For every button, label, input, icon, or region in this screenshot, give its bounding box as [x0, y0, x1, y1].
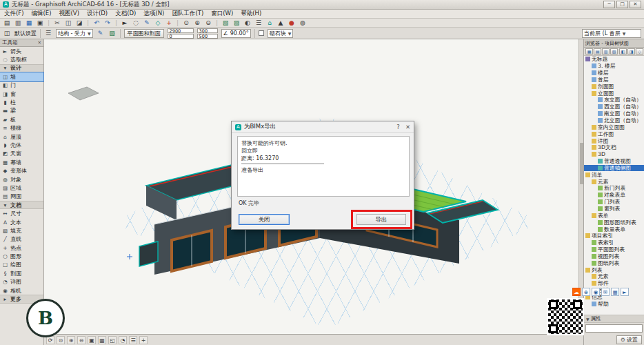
toolbar-icon[interactable]: ⊙: [182, 19, 190, 27]
tree-item[interactable]: 列表: [584, 266, 644, 273]
tree-item[interactable]: 门列表: [584, 199, 644, 206]
tree-item[interactable]: 元素: [584, 273, 644, 280]
toolbar-icon[interactable]: ▦: [25, 19, 33, 27]
pen-icon[interactable]: ✎: [97, 30, 105, 37]
toolbox-item[interactable]: ▮ 柱: [0, 98, 43, 106]
menu-item[interactable]: 选项(N): [143, 10, 164, 18]
toolbox-item[interactable]: § 剖面: [0, 269, 43, 277]
tree-item[interactable]: 楼层: [584, 70, 644, 77]
toolbox-item[interactable]: ▤ 网面: [0, 193, 43, 201]
properties-header[interactable]: ▼属性: [584, 315, 644, 323]
toolbar-icon[interactable]: ▥: [14, 19, 22, 27]
toolbox-item[interactable]: ○ 图形: [0, 252, 43, 260]
toolbox-item[interactable]: ▦ 幕墙: [0, 158, 43, 166]
menu-item[interactable]: 设计(D): [87, 10, 108, 18]
navigator-view-icon[interactable]: ◇: [636, 48, 643, 55]
menu-item[interactable]: 文档(D): [115, 10, 136, 18]
material-select[interactable]: 砌石块▼: [268, 29, 294, 38]
tree-item[interactable]: 无标题: [584, 56, 644, 63]
toolbar-icon[interactable]: ▧: [221, 19, 230, 27]
navigator-tab-icon[interactable]: ▤: [594, 48, 601, 55]
tree-item[interactable]: 帮助: [584, 300, 644, 307]
toolbar-icon[interactable]: |: [215, 19, 219, 27]
toolbox-item[interactable]: ◉ 相机: [0, 286, 43, 295]
angle-field[interactable]: ∠ 90.00°: [221, 29, 251, 38]
tree-item[interactable]: 对象表单: [584, 192, 644, 199]
toolbox-item[interactable]: ► 箭头: [0, 47, 43, 55]
toolbar-icon[interactable]: |: [47, 19, 50, 27]
structure-select[interactable]: 结构 - 受力▼: [56, 29, 93, 38]
statusbar-icon[interactable]: ◔: [119, 336, 127, 344]
statusbar-icon[interactable]: ⊖: [77, 336, 85, 344]
toolbar-icon[interactable]: ✂: [53, 19, 61, 27]
toolbar-icon[interactable]: ▣: [36, 19, 44, 27]
statusbar-icon[interactable]: +: [139, 336, 148, 344]
toolbar-icon[interactable]: ◫: [64, 19, 72, 27]
layer-icon[interactable]: ☰: [44, 30, 52, 37]
toolbar-icon[interactable]: ☰: [254, 19, 263, 27]
maximize-button[interactable]: □: [616, 1, 628, 8]
toolbox-item[interactable]: ╱ 直线: [0, 235, 43, 244]
share-icon[interactable]: ☁: [572, 288, 581, 296]
toolbox-item[interactable]: ▾ 文档: [0, 201, 43, 209]
toolbar-icon[interactable]: ►: [121, 19, 129, 27]
toolbar-icon[interactable]: ◇: [154, 19, 162, 27]
tree-item[interactable]: 表索引: [584, 239, 644, 246]
toolbar-icon[interactable]: ↶: [92, 19, 101, 27]
toolbox-item[interactable]: ◔ 详图: [0, 278, 43, 286]
minimize-button[interactable]: ─: [603, 1, 615, 8]
layer-select[interactable]: 当前层 (L 首层▼: [582, 29, 641, 38]
toolbar-icon[interactable]: |: [176, 19, 179, 27]
tree-item[interactable]: 南立面（自动）: [584, 110, 644, 117]
share-icon[interactable]: ►: [621, 288, 629, 296]
dialog-close-button[interactable]: 关闭: [239, 214, 290, 225]
properties-dropdown[interactable]: [585, 324, 643, 333]
menu-item[interactable]: 窗口(W): [211, 10, 233, 18]
statusbar-icon[interactable]: ▦: [98, 336, 106, 344]
toolbox-item[interactable]: ◨ 窗: [0, 90, 43, 98]
navigator-tab-icon[interactable]: ▥: [602, 48, 610, 55]
tree-item[interactable]: 工作图: [584, 130, 644, 137]
toolbar-icon[interactable]: +: [165, 19, 173, 27]
close-button[interactable]: ✕: [630, 1, 641, 8]
toolbox-item[interactable]: ◩ 天窗: [0, 150, 43, 158]
tree-item[interactable]: 视图列表: [584, 253, 644, 259]
toolbox-item[interactable]: ≡ 楼梯: [0, 124, 43, 132]
dialog-close-icon[interactable]: ✕: [405, 124, 410, 130]
toolbar-icon[interactable]: ✎: [143, 19, 151, 27]
menu-item[interactable]: 帮助(H): [241, 10, 261, 18]
tree-item[interactable]: 3D: [584, 151, 644, 158]
tree-item[interactable]: 剖面图: [584, 83, 644, 90]
toolbox-item[interactable]: ◌ 选取框: [0, 55, 43, 63]
toolbox-item[interactable]: ▬ 梁: [0, 107, 43, 115]
tree-item[interactable]: 表单: [584, 212, 644, 219]
toolbox-item[interactable]: ◫ 墙: [0, 72, 43, 81]
menu-item[interactable]: 文件(F): [4, 10, 24, 18]
tree-item[interactable]: 3D文档: [584, 144, 644, 151]
toolbar-icon[interactable]: ⌂: [265, 19, 274, 27]
toolbar-icon[interactable]: ▲: [276, 19, 285, 27]
toolbox-item[interactable]: + 热点: [0, 244, 43, 252]
toolbar-icon[interactable]: ⊖: [204, 19, 212, 27]
settings-button[interactable]: ⚙ 设置: [616, 335, 642, 344]
toolbox-item[interactable]: ◆ 变形体: [0, 166, 43, 175]
menu-item[interactable]: 团队工作(T): [172, 10, 203, 18]
toolbar-icon[interactable]: ◍: [299, 19, 307, 27]
toolbar-icon[interactable]: |: [114, 19, 118, 27]
toolbar-icon[interactable]: |: [86, 19, 90, 27]
toolbox-item[interactable]: □ 绘图: [0, 261, 43, 269]
default-settings-label[interactable]: 默认设置: [14, 30, 37, 37]
toolbox-item[interactable]: ◧ 门: [0, 81, 43, 90]
toolbox-item[interactable]: ▾ 设计: [0, 64, 43, 72]
tree-item[interactable]: 部件: [584, 280, 644, 287]
statusbar-icon[interactable]: ⊙: [57, 336, 65, 344]
statusbar-icon[interactable]: ☰: [129, 336, 137, 344]
toolbar-icon[interactable]: ▤: [3, 19, 11, 27]
material-checkbox[interactable]: [259, 30, 264, 36]
statusbar-icon[interactable]: ⊕: [67, 336, 75, 344]
toolbox-item[interactable]: A 文本: [0, 218, 43, 226]
tree-item[interactable]: 东立面（自动）: [584, 97, 644, 103]
toolbox-item[interactable]: ▧ 填充: [0, 226, 43, 235]
tree-item[interactable]: 清单: [584, 171, 644, 178]
share-icon[interactable]: ▦: [611, 288, 619, 296]
